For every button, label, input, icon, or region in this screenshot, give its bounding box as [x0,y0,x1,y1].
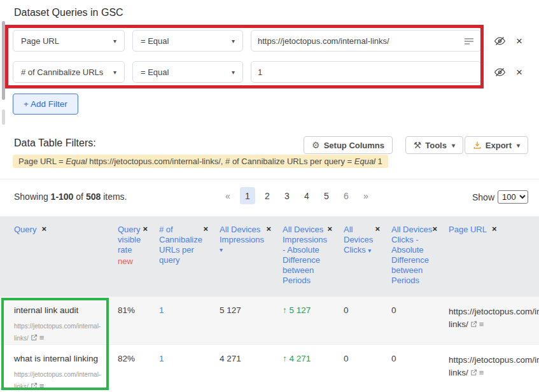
column-label[interactable]: Query [14,225,36,235]
impressions-cell: 5 127 [220,305,283,315]
column-label[interactable]: # of Cannibalize URLs per query [159,225,203,265]
setup-columns-label: Setup Columns [324,141,384,150]
table-header-row: Query × Query visible rate new × # of Ca… [0,216,539,297]
menu-icon[interactable]: ≡ [479,319,484,329]
remove-column-icon[interactable]: × [41,225,46,234]
pagination-page-4[interactable]: 4 [299,187,314,204]
show-label: Show [472,192,494,202]
showing-summary: Showing 1-100 of 508 items. [14,192,127,202]
column-label: All Devices Impressions [220,225,264,244]
external-link-icon[interactable] [31,382,38,389]
column-header-impressions: All Devices Impressions ▾ × [220,225,283,297]
cannibalize-count-cell: 1 [159,354,220,363]
add-filter-button[interactable]: + Add Filter [13,94,78,115]
filter-value-input[interactable] [258,36,463,46]
filter-row-2: # of Cannibalize URLs ▾ = Equal ▾ × [13,61,522,83]
filter-operator-value: = Equal [141,67,169,77]
data-table: Query × Query visible rate new × # of Ca… [0,216,539,392]
export-button[interactable]: Export ▾ [465,136,528,154]
column-header-query: Query × [14,225,118,297]
pagination-page-2[interactable]: 2 [260,187,275,204]
page-url-cell: https://jetoctopus.com/internal-links/ ≡ [449,305,539,332]
filter-field-select[interactable]: Page URL ▾ [13,30,125,52]
remove-filter-icon[interactable]: × [516,36,522,46]
external-link-icon[interactable] [31,334,38,341]
chevron-down-icon: ▾ [232,38,235,45]
filter-value-box [251,61,481,83]
chevron-down-icon: ▾ [113,69,116,76]
column-label[interactable]: All Devices Clicks - Absolute Difference… [391,225,432,286]
export-label: Export [486,141,512,150]
menu-icon[interactable]: ≡ [39,381,45,391]
pagination-page-5[interactable]: 5 [319,187,334,204]
eye-slash-icon[interactable] [494,35,506,47]
chevron-down-icon: ▾ [517,142,520,149]
page-title: Dataset Queries in GSC [14,7,123,18]
remove-column-icon[interactable]: × [492,225,497,234]
page-url-cell: https://jetoctopus.com/internal-links/ ≡ [449,354,539,380]
text-lines-icon[interactable] [465,37,474,45]
chevron-down-icon: ▾ [452,142,455,149]
column-header-query-visible-rate: Query visible rate new × [118,225,159,297]
download-icon [473,141,482,150]
data-table-filters-heading: Data Table Filters: [14,137,96,149]
page-size-select[interactable]: 100 [498,190,528,204]
filter-value-box [251,30,481,52]
remove-filter-icon[interactable]: × [516,67,522,78]
cannibalize-count-link[interactable]: 1 [159,354,164,363]
column-header-cannibalize-urls: # of Cannibalize URLs per query × [159,225,220,297]
remove-column-icon[interactable]: × [375,225,380,234]
column-header-page-url: Page URL × [449,225,539,297]
sort-caret-icon[interactable]: ▾ [368,247,371,254]
query-text: internal link audit [14,305,118,315]
scrollbar-thumb-lower[interactable] [2,109,5,125]
clicks-diff-cell: 0 [391,354,449,363]
cannibalize-count-link[interactable]: 1 [159,305,164,315]
filter-operator-select[interactable]: = Equal ▾ [132,61,243,83]
column-label[interactable]: All Devices Impressions - Absolute Diffe… [283,225,327,286]
external-link-icon[interactable] [470,369,477,376]
pagination-prev[interactable]: « [220,187,235,204]
table-row: what is internal linking https://jetocto… [0,344,539,392]
active-filters-summary: Page URL = Equal https://jetoctopus.com/… [13,155,388,168]
table-row: internal link audit https://jetoctopus.c… [0,297,539,344]
query-cell: internal link audit https://jetoctopus.c… [14,305,118,344]
pagination-page-1[interactable]: 1 [240,187,255,204]
pagination-page-6[interactable]: 6 [339,187,354,204]
impressions-diff-cell: ↑ 5 127 [283,305,344,315]
column-label: Query visible rate [118,225,141,255]
sort-caret-icon[interactable]: ▾ [220,245,266,255]
filter-field-select[interactable]: # of Cannibalize URLs ▾ [13,61,125,83]
gear-icon: ⚙ [312,140,320,150]
setup-columns-button[interactable]: ⚙ Setup Columns [304,136,393,154]
query-cell: what is internal linking https://jetocto… [14,354,118,392]
external-link-icon[interactable] [470,321,477,328]
eye-slash-icon[interactable] [494,66,506,78]
tools-button[interactable]: ⚒ Tools ▾ [405,136,463,154]
query-text: what is internal linking [14,354,118,363]
column-header-clicks-diff: All Devices Clicks - Absolute Difference… [391,225,449,297]
filter-value-input[interactable] [258,67,474,77]
impressions-cell: 4 271 [220,354,283,363]
menu-icon[interactable]: ≡ [39,333,45,342]
menu-icon[interactable]: ≡ [479,368,484,377]
query-url: https://jetoctopus.com/internal-links/ ≡ [14,321,115,344]
column-header-impressions-diff: All Devices Impressions - Absolute Diffe… [283,225,344,297]
pagination: « 1 2 3 4 5 6 » [220,187,374,204]
column-label[interactable]: Page URL [449,225,487,235]
impressions-diff-cell: ↑ 4 271 [283,354,344,363]
remove-column-icon[interactable]: × [143,225,148,234]
filter-field-value: # of Cannibalize URLs [21,67,103,77]
pagination-page-3[interactable]: 3 [279,187,295,204]
filter-operator-select[interactable]: = Equal ▾ [132,30,243,52]
remove-column-icon[interactable]: × [203,225,208,234]
pagination-next[interactable]: » [358,187,374,204]
remove-column-icon[interactable]: × [327,225,332,234]
visible-rate-cell: 81% [118,305,159,315]
remove-column-icon[interactable]: × [266,225,271,234]
scrollbar-thumb[interactable] [2,21,5,100]
chevron-down-icon: ▾ [232,69,235,76]
app-root: Dataset Queries in GSC Page URL ▾ = Equa… [0,0,539,392]
filter-operator-value: = Equal [141,36,169,46]
remove-column-icon[interactable]: × [432,225,437,234]
